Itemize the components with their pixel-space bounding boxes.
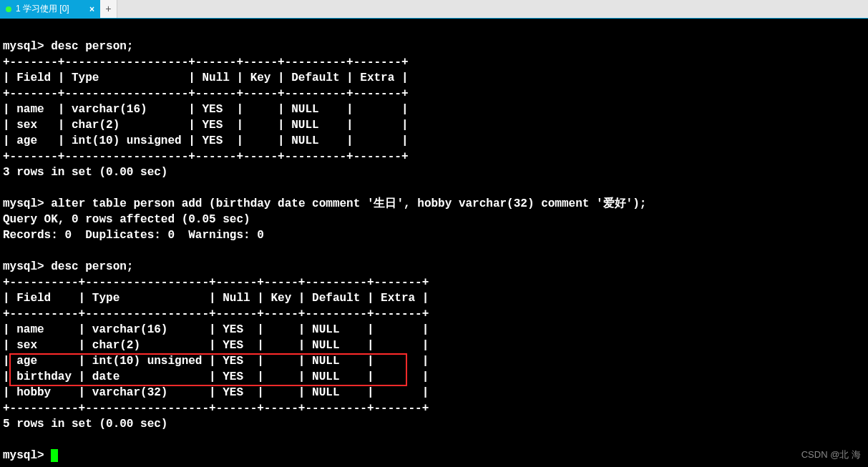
command-desc-2: desc person; — [51, 260, 133, 273]
close-icon[interactable]: × — [89, 4, 94, 14]
table-sep: +----------+------------------+------+--… — [3, 308, 429, 320]
tab-bar: 1 学习使用 [0] × + — [0, 0, 868, 19]
table-row: | name | varchar(16) | YES | | NULL | | — [3, 323, 429, 336]
tab-active[interactable]: 1 学习使用 [0] × — [0, 0, 100, 18]
table-sep: +----------+------------------+------+--… — [3, 276, 429, 289]
table-sep: +-------+------------------+------+-----… — [3, 87, 409, 100]
table-row: | age | int(10) unsigned | YES | | NULL … — [3, 355, 429, 368]
watermark: CSDN @北 海 — [801, 448, 861, 461]
table-row: | sex | char(2) | YES | | NULL | | — [3, 119, 409, 132]
result-summary: 5 rows in set (0.00 sec) — [3, 418, 167, 431]
prompt: mysql> — [3, 197, 44, 210]
table-row: | name | varchar(16) | YES | | NULL | | — [3, 103, 409, 116]
table-row: | age | int(10) unsigned | YES | | NULL … — [3, 134, 409, 147]
table-sep: +-------+------------------+------+-----… — [3, 56, 409, 69]
table-sep: +-------+------------------+------+-----… — [3, 150, 409, 163]
table-row: | sex | char(2) | YES | | NULL | | — [3, 339, 429, 352]
table-row: | hobby | varchar(32) | YES | | NULL | | — [3, 386, 429, 399]
terminal-output[interactable]: mysql> desc person; +-------+-----------… — [0, 19, 868, 466]
status-dot-icon — [6, 6, 11, 12]
result-summary: 3 rows in set (0.00 sec) — [3, 166, 167, 179]
cursor-icon — [51, 449, 58, 462]
add-tab-button[interactable]: + — [100, 0, 117, 18]
table-sep: +----------+------------------+------+--… — [3, 402, 429, 415]
tab-title: 1 学习使用 [0] — [16, 3, 69, 15]
table-header: | Field | Type | Null | Key | Default | … — [3, 72, 409, 84]
command-alter: alter table person add (birthday date co… — [51, 197, 646, 210]
prompt: mysql> — [3, 260, 44, 273]
table-row: | birthday | date | YES | | NULL | | — [3, 370, 429, 383]
command-desc-1: desc person; — [51, 40, 133, 53]
records-line: Records: 0 Duplicates: 0 Warnings: 0 — [3, 229, 264, 242]
prompt: mysql> — [3, 449, 44, 462]
query-ok: Query OK, 0 rows affected (0.05 sec) — [3, 213, 250, 226]
table-header: | Field | Type | Null | Key | Default | … — [3, 292, 429, 305]
prompt: mysql> — [3, 40, 44, 53]
